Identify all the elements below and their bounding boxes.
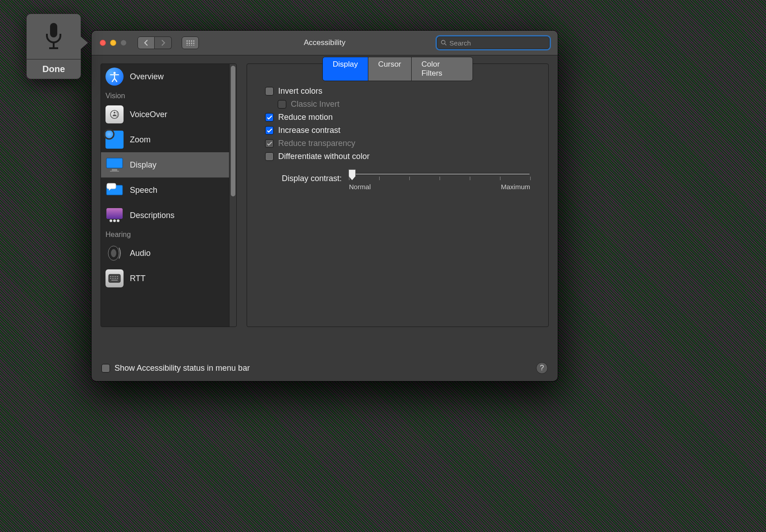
traffic-lights <box>100 40 127 46</box>
window-zoom-button[interactable] <box>120 40 127 46</box>
option-increase-contrast[interactable]: Increase contrast <box>265 126 530 135</box>
sidebar-item-overview[interactable]: Overview <box>101 64 236 89</box>
panel-body: Invert colors Classic Invert Reduce moti… <box>247 64 548 191</box>
svg-rect-36 <box>110 278 111 279</box>
rtt-icon <box>105 269 124 287</box>
option-classic-invert: Classic Invert <box>278 100 530 109</box>
preferences-window: Accessibility Overview Vision <box>92 31 558 381</box>
tab-bar: Display Cursor Color Filters <box>322 57 473 81</box>
check-icon <box>267 115 272 120</box>
window-footer: Show Accessibility status in menu bar ? <box>92 355 558 381</box>
sidebar-item-label: Zoom <box>130 135 151 145</box>
slider-label: Display contrast: <box>265 173 342 183</box>
slider-min-label: Normal <box>349 183 371 191</box>
speech-icon <box>105 181 124 199</box>
category-sidebar: Overview Vision VoiceOver Zoom <box>101 64 237 327</box>
option-differentiate-without-color[interactable]: Differentiate without color <box>265 152 530 161</box>
svg-rect-25 <box>106 208 123 219</box>
menu-bar-status-option[interactable]: Show Accessibility status in menu bar <box>101 364 250 373</box>
search-input[interactable] <box>450 39 546 47</box>
tab-display[interactable]: Display <box>323 57 368 81</box>
checkbox[interactable] <box>101 364 110 373</box>
svg-rect-22 <box>110 171 119 172</box>
option-label: Reduce transparency <box>278 139 355 148</box>
descriptions-icon <box>105 206 124 224</box>
sidebar-item-rtt[interactable]: RTT <box>101 266 236 291</box>
svg-rect-39 <box>117 278 118 279</box>
checkbox[interactable] <box>265 126 274 135</box>
forward-button[interactable] <box>155 36 172 49</box>
sidebar-item-label: Speech <box>130 186 157 195</box>
svg-point-14 <box>193 45 195 46</box>
slider-track[interactable] <box>349 173 530 175</box>
window-close-button[interactable] <box>100 40 106 46</box>
option-label: Differentiate without color <box>278 152 370 161</box>
svg-point-30 <box>111 249 116 257</box>
sidebar-item-label: Descriptions <box>130 211 174 220</box>
sidebar-item-descriptions[interactable]: Descriptions <box>101 203 236 228</box>
sidebar-scrollbar[interactable] <box>229 64 236 327</box>
sidebar-group-vision: Vision <box>101 89 236 102</box>
svg-rect-33 <box>112 276 114 277</box>
tab-color-filters[interactable]: Color Filters <box>412 57 472 81</box>
svg-point-6 <box>193 41 195 42</box>
window-minimize-button[interactable] <box>110 40 116 46</box>
svg-point-8 <box>189 43 190 44</box>
sidebar-group-hearing: Hearing <box>101 228 236 241</box>
check-icon <box>267 128 272 133</box>
dictation-popup: Done <box>26 14 81 79</box>
svg-rect-40 <box>111 280 118 281</box>
svg-rect-32 <box>110 276 111 277</box>
option-invert-colors[interactable]: Invert colors <box>265 86 530 96</box>
svg-rect-35 <box>117 276 118 277</box>
search-icon <box>441 40 447 46</box>
option-label: Classic Invert <box>291 100 339 109</box>
option-label: Reduce motion <box>278 113 333 122</box>
sidebar-item-speech[interactable]: Speech <box>101 177 236 203</box>
checkbox[interactable] <box>265 113 274 122</box>
tab-cursor[interactable]: Cursor <box>368 57 412 81</box>
sidebar-item-label: Display <box>130 160 156 170</box>
svg-rect-37 <box>112 278 114 279</box>
svg-point-19 <box>114 112 115 114</box>
slider-scale: Normal Maximum <box>349 183 530 191</box>
sidebar-item-voiceover[interactable]: VoiceOver <box>101 102 236 127</box>
svg-point-28 <box>117 219 119 222</box>
svg-rect-20 <box>106 158 123 168</box>
display-contrast-row: Display contrast: Normal Maximum <box>265 173 530 191</box>
scrollbar-thumb[interactable] <box>231 66 235 196</box>
help-button[interactable]: ? <box>536 362 548 374</box>
svg-rect-38 <box>115 278 116 279</box>
sidebar-item-label: RTT <box>130 274 146 283</box>
zoom-icon <box>105 131 124 149</box>
svg-point-3 <box>187 41 188 42</box>
checkbox <box>278 100 286 109</box>
svg-point-10 <box>193 43 195 44</box>
slider-ticks <box>349 177 530 181</box>
voiceover-icon <box>105 105 124 123</box>
svg-point-17 <box>114 72 116 74</box>
display-contrast-slider[interactable]: Normal Maximum <box>349 173 530 191</box>
svg-line-16 <box>445 44 446 45</box>
checkbox[interactable] <box>265 87 274 95</box>
check-icon <box>267 141 272 146</box>
question-icon: ? <box>540 364 544 372</box>
dictation-done-button[interactable]: Done <box>27 59 81 79</box>
sidebar-item-label: VoiceOver <box>130 110 167 119</box>
option-reduce-motion[interactable]: Reduce motion <box>265 113 530 122</box>
sidebar-item-display[interactable]: Display <box>101 152 236 177</box>
search-field[interactable] <box>437 36 550 49</box>
sidebar-item-audio[interactable]: Audio <box>101 241 236 266</box>
show-all-button[interactable] <box>182 36 199 49</box>
svg-point-12 <box>189 45 190 46</box>
chevron-left-icon <box>144 40 148 46</box>
checkbox[interactable] <box>265 152 274 161</box>
svg-point-26 <box>110 219 112 222</box>
settings-panel: Display Cursor Color Filters Invert colo… <box>247 64 549 327</box>
option-label: Show Accessibility status in menu bar <box>115 364 250 373</box>
sidebar-item-zoom[interactable]: Zoom <box>101 127 236 152</box>
back-button[interactable] <box>138 36 155 49</box>
option-reduce-transparency: Reduce transparency <box>265 139 530 148</box>
checkbox <box>265 139 274 148</box>
microphone-icon <box>27 14 81 59</box>
